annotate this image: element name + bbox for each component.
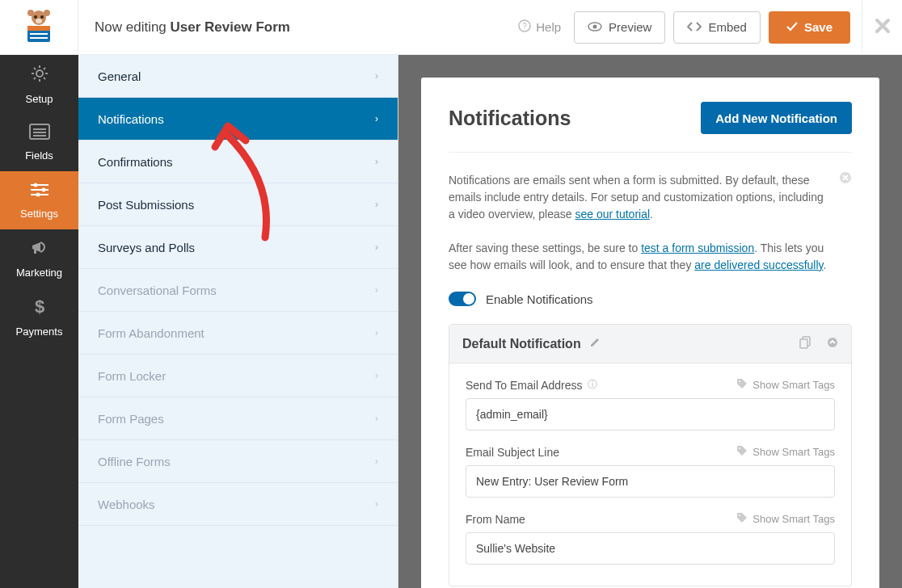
subject-input[interactable] (466, 465, 835, 498)
submenu-label: Offline Forms (98, 455, 171, 468)
enable-toggle-row: Enable Notifications (449, 292, 852, 306)
chevron-right-icon: › (375, 242, 378, 253)
help-tooltip-icon[interactable]: ⓘ (588, 378, 597, 392)
topbar: Now editing User Review Form ? Help Prev… (0, 0, 902, 55)
notification-card: Default Notification Send T (449, 324, 852, 586)
dollar-icon: $ (33, 296, 46, 321)
embed-icon (687, 20, 702, 34)
chevron-right-icon: › (375, 284, 378, 296)
panel-wrap: Notifications Add New Notification Notif… (398, 55, 902, 588)
check-icon (786, 20, 798, 34)
help-icon: ? (518, 19, 531, 35)
settings-panel: Notifications Add New Notification Notif… (421, 78, 879, 588)
toggle-label: Enable Notifications (486, 292, 593, 306)
svg-rect-25 (34, 249, 36, 254)
main-row: Setup Fields Settings Marketing $ Paymen… (0, 55, 902, 588)
submenu-label: Webhooks (98, 498, 155, 511)
sidenav-label: Payments (16, 326, 63, 338)
submenu-general[interactable]: General› (78, 55, 398, 98)
logo-icon (19, 8, 58, 46)
sidenav-label: Fields (25, 149, 53, 162)
smart-tags-label: Show Smart Tags (752, 446, 835, 458)
submenu-label: Surveys and Polls (98, 241, 195, 254)
edit-title-icon[interactable] (589, 337, 601, 351)
submenu-label: General (98, 69, 141, 83)
chevron-right-icon: › (375, 70, 378, 82)
submenu-form-locker[interactable]: Form Locker› (78, 355, 398, 397)
submenu-confirmations[interactable]: Confirmations› (78, 141, 398, 183)
embed-button[interactable]: Embed (673, 11, 761, 44)
sidenav-label: Marketing (16, 267, 62, 279)
help-label: Help (536, 20, 561, 34)
svg-point-14 (36, 70, 43, 77)
svg-point-33 (739, 514, 740, 516)
submenu-form-pages[interactable]: Form Pages› (78, 397, 398, 440)
help-link[interactable]: ? Help (518, 19, 561, 35)
panel-title: Notifications (449, 107, 571, 130)
svg-point-32 (739, 447, 740, 449)
collapse-icon[interactable] (827, 337, 838, 351)
sidenav-payments[interactable]: $ Payments (0, 288, 78, 346)
sidenav: Setup Fields Settings Marketing $ Paymen… (0, 55, 78, 588)
sidenav-settings[interactable]: Settings (0, 171, 78, 229)
svg-rect-9 (30, 37, 48, 39)
enable-notifications-toggle[interactable] (449, 292, 476, 306)
svg-point-22 (41, 187, 45, 191)
sidenav-setup[interactable]: Setup (0, 55, 78, 113)
smart-tags-button[interactable]: Show Smart Tags (736, 378, 835, 392)
submenu-offline-forms[interactable]: Offline Forms› (78, 440, 398, 483)
embed-label: Embed (708, 20, 747, 34)
submenu-label: Form Locker (98, 369, 166, 383)
form-name: User Review Form (171, 19, 290, 35)
sidenav-label: Setup (26, 93, 53, 105)
info-close-button[interactable] (839, 169, 852, 191)
save-button[interactable]: Save (769, 11, 850, 44)
submenu-label: Confirmations (98, 155, 173, 169)
tutorial-link[interactable]: see our tutorial (575, 208, 650, 220)
field-send-to: Send To Email Address ⓘ Show Smart Tags (466, 378, 835, 430)
chevron-right-icon: › (375, 156, 378, 167)
submenu-notifications[interactable]: Notifications› (78, 98, 398, 141)
submenu-post-submissions[interactable]: Post Submissions› (78, 183, 398, 226)
sidenav-label: Settings (20, 208, 58, 220)
submenu-conversational-forms[interactable]: Conversational Forms› (78, 269, 398, 312)
submenu-label: Form Pages (98, 412, 164, 426)
close-icon (875, 15, 891, 40)
svg-point-24 (36, 192, 40, 196)
sidenav-marketing[interactable]: Marketing (0, 229, 78, 288)
field-label: Send To Email Address (466, 379, 583, 392)
chevron-right-icon: › (375, 456, 378, 467)
info-text: After saving these settings, be sure to (449, 242, 641, 254)
sidenav-fields[interactable]: Fields (0, 113, 78, 171)
tag-icon (736, 378, 748, 392)
submenu-form-abandonment[interactable]: Form Abandonment› (78, 312, 398, 355)
svg-point-13 (593, 25, 597, 29)
field-subject: Email Subject Line Show Smart Tags (466, 445, 835, 498)
submenu-webhooks[interactable]: Webhooks› (78, 483, 398, 526)
svg-point-2 (44, 10, 50, 16)
svg-point-30 (828, 338, 837, 347)
svg-rect-7 (27, 26, 50, 31)
preview-button[interactable]: Preview (574, 11, 665, 44)
chevron-right-icon: › (375, 498, 378, 510)
svg-rect-29 (800, 339, 807, 348)
smart-tags-label: Show Smart Tags (752, 379, 835, 391)
smart-tags-button[interactable]: Show Smart Tags (736, 445, 835, 459)
submenu-surveys-polls[interactable]: Surveys and Polls› (78, 226, 398, 269)
eye-icon (588, 20, 602, 34)
close-button[interactable] (862, 0, 902, 54)
submenu-label: Conversational Forms (98, 284, 217, 297)
test-submission-link[interactable]: test a form submission (641, 242, 754, 254)
field-label: Email Subject Line (466, 446, 559, 459)
send-to-input[interactable] (466, 398, 835, 430)
from-name-input[interactable] (466, 532, 835, 565)
chevron-right-icon: › (375, 113, 378, 124)
smart-tags-button[interactable]: Show Smart Tags (736, 512, 835, 526)
editing-title: Now editing User Review Form (78, 19, 518, 36)
submenu-label: Notifications (98, 112, 164, 126)
field-from-name: From Name Show Smart Tags (466, 512, 835, 565)
delivered-link[interactable]: are delivered successfully (694, 258, 823, 271)
settings-submenu: General› Notifications› Confirmations› P… (78, 55, 398, 588)
add-notification-button[interactable]: Add New Notification (701, 102, 852, 134)
duplicate-icon[interactable] (799, 336, 812, 351)
